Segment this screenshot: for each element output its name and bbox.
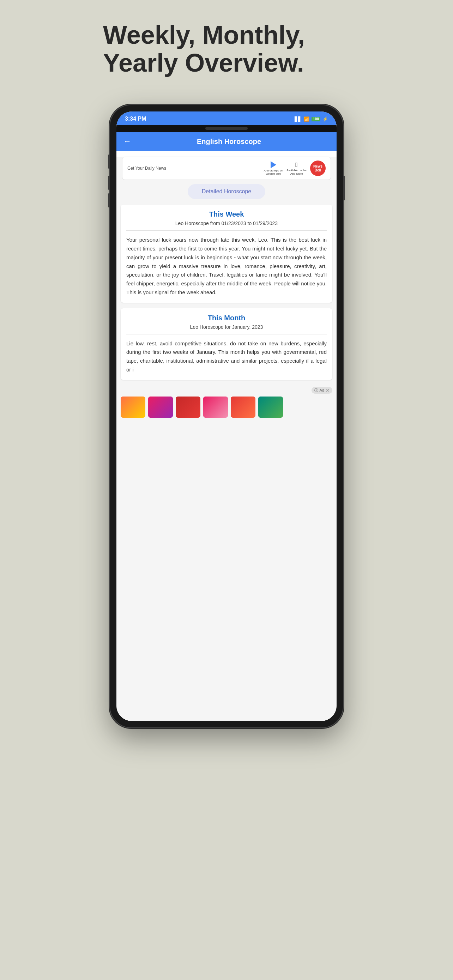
- ad-info-badge[interactable]: ⓘ Ad ✕: [312, 387, 332, 394]
- close-ad-icon[interactable]: ✕: [326, 388, 329, 393]
- app-header: ← English Horoscope: [116, 132, 337, 151]
- this-week-body: Your personal luck soars now through lat…: [126, 235, 327, 297]
- app-store-label: Available on the App Store: [286, 169, 307, 175]
- bolt-icon: ⚡: [323, 116, 328, 122]
- ad-text: Get Your Daily News: [127, 166, 166, 171]
- status-icons: ▋▋ 📶 100 ⚡: [295, 116, 328, 122]
- thumbnail-4[interactable]: [203, 396, 228, 418]
- detailed-horoscope-button[interactable]: Detailed Horoscope: [188, 184, 265, 199]
- notch-pill: [205, 127, 248, 130]
- ad-banner: Get Your Daily News Android App on Googl…: [122, 157, 331, 180]
- thumbnail-1[interactable]: [121, 396, 145, 418]
- phone-mockup: 3:34 PM ▋▋ 📶 100 ⚡ ← English Horoscope: [110, 105, 343, 727]
- month-divider: [126, 334, 327, 334]
- google-play-icon[interactable]: Android App on Google play: [264, 161, 283, 176]
- thumbnail-3[interactable]: [176, 396, 200, 418]
- this-month-card: This Month Leo Horoscope for January, 20…: [121, 308, 332, 380]
- notch-bar: [116, 125, 337, 132]
- battery-indicator: 100: [312, 117, 320, 121]
- ad-info-row: ⓘ Ad ✕: [116, 386, 337, 394]
- phone-screen: 3:34 PM ▋▋ 📶 100 ⚡ ← English Horoscope: [116, 111, 337, 721]
- this-week-subtitle: Leo Horoscope from 01/23/2023 to 01/29/2…: [126, 221, 327, 226]
- this-week-card: This Week Leo Horoscope from 01/23/2023 …: [121, 205, 332, 302]
- thumbnail-2[interactable]: [148, 396, 173, 418]
- app-store-icon[interactable]:  Available on the App Store: [286, 161, 307, 175]
- content-area: Get Your Daily News Android App on Googl…: [116, 157, 337, 721]
- thumbnail-6[interactable]: [258, 396, 283, 418]
- this-month-body: Lie low, rest, avoid competitive situati…: [126, 339, 327, 374]
- wifi-icon: 📶: [304, 116, 309, 122]
- ad-icons: Android App on Google play  Available o…: [264, 161, 326, 176]
- this-month-title: This Month: [126, 314, 327, 322]
- play-triangle: [270, 161, 276, 168]
- this-week-title: This Week: [126, 210, 327, 218]
- app-header-title: English Horoscope: [137, 138, 321, 146]
- apple-symbol: : [295, 161, 298, 169]
- back-button[interactable]: ←: [124, 137, 131, 146]
- google-play-label: Android App on Google play: [264, 169, 283, 176]
- this-month-subtitle: Leo Horoscope for January, 2023: [126, 324, 327, 330]
- detailed-btn-wrapper: Detailed Horoscope: [122, 184, 331, 199]
- status-bar: 3:34 PM ▋▋ 📶 100 ⚡: [116, 111, 337, 125]
- thumbnail-5[interactable]: [231, 396, 256, 418]
- phone-frame: 3:34 PM ▋▋ 📶 100 ⚡ ← English Horoscope: [110, 105, 343, 727]
- status-time: 3:34 PM: [125, 116, 146, 122]
- news-bell-badge[interactable]: News Bell: [310, 161, 326, 176]
- ad-label: Ad: [319, 388, 324, 392]
- thumbnails-row: [116, 394, 337, 420]
- page-hero-title: Weekly, Monthly, Yearly Overview.: [103, 21, 350, 77]
- signal-icon: ▋▋: [295, 116, 302, 122]
- info-icon: ⓘ: [314, 388, 318, 393]
